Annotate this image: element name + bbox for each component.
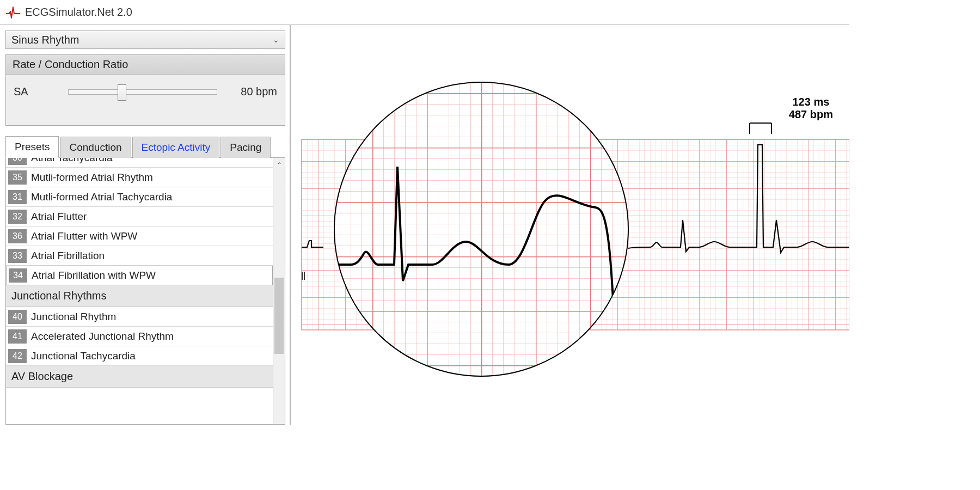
preset-item[interactable]: 41 Accelerated Junctional Rhythm [6,327,273,346]
app-logo-icon [5,5,21,20]
preset-label: Accelerated Junctional Rhythm [31,330,174,342]
scroll-thumb[interactable] [274,278,284,354]
ecg-canvas[interactable] [291,25,849,425]
preset-item[interactable]: 32 Atrial Flutter [6,207,273,226]
measurement-readout: 123 ms 487 bpm [789,96,833,121]
preset-item[interactable]: 33 Atrial Fibrillation [6,246,273,266]
chevron-down-icon: ⌄ [273,35,279,44]
rhythm-dropdown-value: Sinus Rhythm [11,34,79,46]
preset-label: Junctional Tachycardia [31,350,136,362]
preset-label: Mutli-formed Atrial Tachycardia [31,191,172,203]
preset-list: 30 Atrial Tachycardia 35 Mutli-formed At… [6,158,273,424]
rate-panel-header: Rate / Conduction Ratio [6,55,285,75]
ecg-display[interactable]: 123 ms 487 bpm II [291,25,849,425]
tab-bar: Presets Conduction Ectopic Activity Paci… [5,136,285,158]
measurement-ms: 123 ms [789,96,833,108]
preset-number: 42 [8,349,27,363]
tab-ectopic-activity[interactable]: Ectopic Activity [132,137,220,158]
preset-section-header: AV Blockage [6,366,273,388]
rhythm-dropdown[interactable]: Sinus Rhythm ⌄ [5,30,285,49]
preset-label: Atrial Flutter [31,211,87,223]
app-title: ECGSimulator.Net 2.0 [25,6,132,19]
preset-number: 31 [8,190,27,204]
preset-item-selected[interactable]: 34 Atrial Fibrillation with WPW [6,266,273,285]
rate-slider-thumb[interactable] [118,84,126,101]
preset-label: Atrial Tachycardia [31,158,113,164]
preset-label: Atrial Fibrillation with WPW [32,270,156,281]
preset-label: Mutli-formed Atrial Rhythm [31,171,153,183]
preset-item[interactable]: 42 Junctional Tachycardia [6,346,273,366]
preset-number: 35 [8,170,27,185]
rate-label-sa: SA [14,85,57,98]
preset-section-header: Junctional Rhythms [6,285,273,307]
measurement-bpm: 487 bpm [789,108,833,121]
preset-label: Atrial Fibrillation [31,250,105,262]
rate-panel: Rate / Conduction Ratio SA 80 bpm [5,54,285,126]
preset-item[interactable]: 36 Atrial Flutter with WPW [6,226,273,246]
control-panel: Sinus Rhythm ⌄ Rate / Conduction Ratio S… [0,25,291,425]
title-bar: ECGSimulator.Net 2.0 [0,0,849,25]
lead-label: II [301,269,305,283]
tab-conduction[interactable]: Conduction [60,137,131,158]
preset-number: 30 [8,158,27,165]
rate-slider[interactable] [68,89,217,95]
preset-number: 33 [8,249,27,263]
preset-item[interactable]: 35 Mutli-formed Atrial Rhythm [6,168,273,187]
preset-label: Atrial Flutter with WPW [31,230,137,242]
preset-number: 34 [9,268,27,283]
rate-value: 80 bpm [228,85,277,98]
preset-item[interactable]: 31 Mutli-formed Atrial Tachycardia [6,187,273,207]
tab-presets[interactable]: Presets [5,136,59,158]
svg-rect-9 [323,71,650,398]
preset-number: 41 [8,329,27,344]
preset-item[interactable]: 30 Atrial Tachycardia [6,158,273,168]
scroll-up-icon[interactable]: ⌃ [273,161,285,169]
preset-scrollbar[interactable]: ⌃ [273,158,285,424]
preset-number: 40 [8,310,27,324]
preset-list-container: 30 Atrial Tachycardia 35 Mutli-formed At… [5,158,285,425]
preset-number: 32 [8,210,27,224]
preset-item[interactable]: 40 Junctional Rhythm [6,307,273,327]
preset-number: 36 [8,229,27,243]
preset-label: Junctional Rhythm [31,311,116,323]
tab-pacing[interactable]: Pacing [220,137,271,158]
